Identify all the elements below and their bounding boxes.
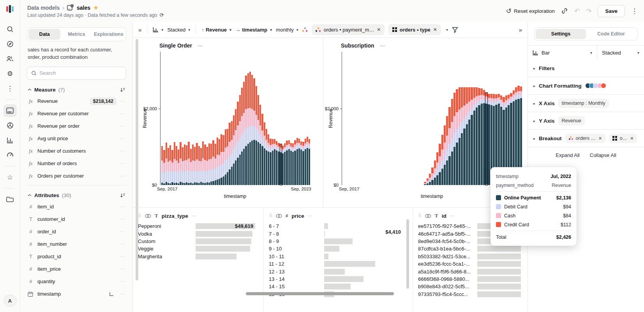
bar[interactable]: [300, 141, 302, 185]
bar[interactable]: [221, 134, 222, 185]
bar[interactable]: [483, 90, 485, 185]
list-item[interactable]: 8 - 9: [269, 238, 413, 245]
bar[interactable]: [217, 137, 218, 185]
section-chart-formatting[interactable]: ▸ Chart Formatting: [528, 77, 644, 95]
bar[interactable]: [463, 87, 465, 185]
redo-icon[interactable]: ↷: [586, 7, 591, 15]
highlighted-bar[interactable]: [280, 144, 282, 185]
field-row-item-number[interactable]: #item_number⋯: [27, 238, 126, 250]
field-row-revenue-per-order[interactable]: fxRevenue per order⋯: [27, 120, 126, 132]
row-menu-icon[interactable]: ⋯: [120, 136, 125, 141]
favorites-star-icon[interactable]: ☆: [4, 171, 17, 183]
bar[interactable]: [307, 137, 308, 185]
filter-funnel-icon[interactable]: [452, 27, 458, 33]
compass-icon[interactable]: [4, 38, 17, 50]
field-row-revenue[interactable]: fxRevenue$218,142⋯: [27, 95, 126, 108]
column-header[interactable]: ⠿Tpizza_type⋯: [138, 211, 263, 220]
list-item[interactable]: Vodka: [138, 230, 263, 237]
users-icon[interactable]: [4, 53, 17, 65]
field-row-number-of-orders[interactable]: fxNumber of orders⋯: [27, 157, 126, 170]
bar[interactable]: [473, 87, 475, 185]
bar[interactable]: [434, 160, 436, 185]
bar[interactable]: [208, 143, 210, 185]
bar[interactable]: [468, 87, 470, 185]
bar[interactable]: [266, 129, 267, 185]
drag-handle-icon[interactable]: ⠿: [269, 213, 272, 219]
bar[interactable]: [233, 115, 235, 185]
bar[interactable]: [176, 146, 177, 185]
bar[interactable]: [166, 143, 167, 185]
bar[interactable]: [204, 145, 206, 185]
bar[interactable]: [278, 143, 279, 185]
refresh-icon[interactable]: ⟳: [160, 12, 164, 18]
bar[interactable]: [305, 139, 306, 185]
list-item[interactable]: 11 - 12: [269, 260, 413, 268]
bar[interactable]: [309, 139, 310, 185]
row-menu-icon[interactable]: ⋯: [120, 173, 125, 179]
bar[interactable]: [424, 182, 426, 185]
bar[interactable]: [249, 72, 251, 185]
bar[interactable]: [466, 87, 468, 185]
bar[interactable]: [288, 140, 290, 185]
bar[interactable]: [184, 145, 185, 185]
bar[interactable]: [284, 143, 286, 185]
bar[interactable]: [212, 140, 214, 185]
bar[interactable]: [258, 95, 259, 185]
collapse-panel-icon[interactable]: «: [138, 26, 141, 33]
bar[interactable]: [219, 139, 220, 185]
list-item[interactable]: 97335793-f5c4-5ccc...: [418, 291, 528, 298]
bar[interactable]: [441, 135, 443, 185]
drag-handle-icon[interactable]: ⠿: [138, 213, 141, 219]
bar[interactable]: [198, 146, 200, 185]
vertical-scrollbar[interactable]: [136, 39, 138, 280]
undo-icon[interactable]: ↶: [574, 7, 580, 15]
search-icon[interactable]: [4, 23, 17, 35]
row-menu-icon[interactable]: ⋯: [120, 148, 125, 154]
bar[interactable]: [476, 87, 478, 185]
row-menu-icon[interactable]: ⋯: [120, 216, 125, 222]
list-item[interactable]: ee3d5236-fccc-5ca1-...: [418, 260, 528, 268]
list-item[interactable]: 7 - 8: [269, 230, 413, 237]
breakout-pill-payment-method[interactable]: orders • payment_m… ✕: [312, 24, 385, 35]
list-item[interactable]: 10 - 11: [269, 253, 413, 260]
gauge-icon[interactable]: [4, 149, 17, 161]
field-row-item-price[interactable]: #item_price⋯: [27, 263, 126, 275]
bar[interactable]: [488, 94, 490, 185]
bar[interactable]: [210, 144, 212, 185]
bar[interactable]: [186, 145, 187, 185]
user-avatar[interactable]: A: [4, 295, 17, 307]
drag-handle-icon[interactable]: ⠿: [418, 213, 422, 219]
field-row-customer-id[interactable]: Tcustomer_id⋯: [27, 213, 126, 226]
bar[interactable]: [268, 134, 269, 185]
chart-type-dropdown[interactable]: ▾: [153, 27, 163, 32]
bar[interactable]: [190, 149, 192, 185]
app-logo-icon[interactable]: [6, 5, 14, 13]
row-menu-icon[interactable]: ⋯: [120, 111, 125, 116]
list-item[interactable]: b5033382-9d21-53ce...: [418, 253, 528, 260]
list-item[interactable]: Veggie: [138, 245, 263, 252]
bar[interactable]: [459, 87, 461, 185]
x-axis-pill[interactable]: timestamp : Monthly: [558, 99, 609, 108]
bar[interactable]: [231, 121, 233, 185]
x-field-dropdown[interactable]: →timestamp▾: [235, 27, 272, 33]
bar[interactable]: [296, 138, 298, 185]
folder-icon[interactable]: [4, 193, 17, 206]
breakout-icon[interactable]: [302, 27, 308, 32]
list-item[interactable]: a5a18c9f-f5f6-5d66-8...: [418, 268, 528, 275]
bar[interactable]: [196, 143, 198, 185]
bar[interactable]: [282, 146, 284, 185]
bar[interactable]: [451, 99, 453, 185]
bar[interactable]: [163, 150, 165, 185]
remove-pill-icon[interactable]: ✕: [630, 136, 633, 141]
bar[interactable]: [446, 116, 448, 185]
bar[interactable]: [481, 88, 483, 185]
plot-area[interactable]: [160, 52, 310, 185]
pie-chart-icon[interactable]: [4, 119, 17, 132]
section-y-axis[interactable]: ▸ Y Axis Revenue: [528, 112, 644, 130]
field-row-product-id[interactable]: Tproduct_id⋯: [27, 250, 126, 263]
bar[interactable]: [444, 125, 446, 185]
row-menu-icon[interactable]: ⋯: [120, 204, 125, 210]
breadcrumb-data-models[interactable]: Data models: [27, 5, 60, 11]
row-menu-icon[interactable]: ⋯: [120, 160, 125, 166]
field-row-number-of-customers[interactable]: fxNumber of customers⋯: [27, 145, 126, 157]
